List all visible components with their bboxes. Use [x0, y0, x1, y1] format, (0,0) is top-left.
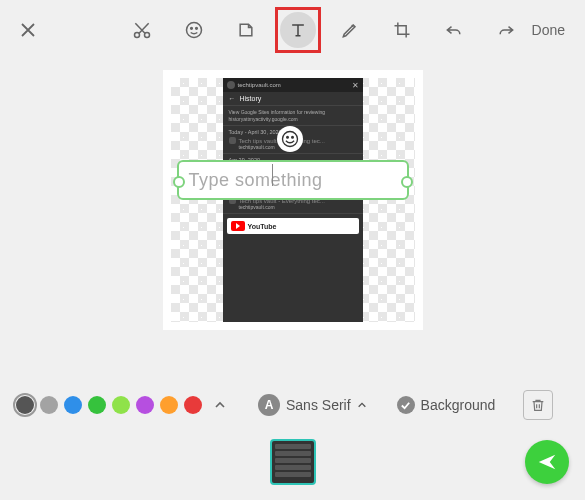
background-toggle[interactable]: Background	[397, 396, 496, 414]
draw-tool-icon[interactable]	[332, 12, 368, 48]
screenshot-header: History	[240, 95, 262, 102]
color-swatch[interactable]	[88, 396, 106, 414]
sticker-tool-icon[interactable]	[228, 12, 264, 48]
bottom-bar	[0, 434, 585, 490]
svg-point-7	[291, 137, 293, 139]
color-swatch[interactable]	[64, 396, 82, 414]
send-button[interactable]	[525, 440, 569, 484]
emoji-tool-icon[interactable]	[176, 12, 212, 48]
image-thumbnail[interactable]	[270, 439, 316, 485]
crop-tool-icon[interactable]	[384, 12, 420, 48]
redo-icon[interactable]	[488, 12, 524, 48]
text-placeholder: Type something	[189, 170, 323, 191]
delete-button[interactable]	[523, 390, 553, 420]
svg-point-5	[282, 132, 297, 147]
close-icon: ✕	[352, 81, 359, 90]
svg-point-4	[195, 28, 197, 30]
svg-point-0	[134, 33, 139, 38]
top-toolbar: Done	[0, 0, 585, 60]
text-tool-icon[interactable]	[280, 12, 316, 48]
canvas-area: techtipvault.com ✕ ← History View Google…	[0, 60, 585, 330]
check-icon	[397, 396, 415, 414]
text-options-bar: A Sans Serif Background	[0, 390, 585, 420]
background-label: Background	[421, 397, 496, 413]
cut-tool-icon[interactable]	[124, 12, 160, 48]
text-tool-highlight	[275, 7, 321, 53]
text-input-overlay[interactable]: Type something	[177, 160, 409, 200]
screenshot-url: techtipvault.com	[238, 82, 281, 88]
color-swatch[interactable]	[16, 396, 34, 414]
more-colors-button[interactable]	[210, 395, 230, 415]
svg-point-2	[186, 23, 201, 38]
font-icon: A	[258, 394, 280, 416]
text-cursor	[272, 164, 273, 186]
color-swatch[interactable]	[112, 396, 130, 414]
undo-icon[interactable]	[436, 12, 472, 48]
youtube-card: YouTube	[227, 218, 359, 234]
svg-point-3	[190, 28, 192, 30]
color-swatch[interactable]	[160, 396, 178, 414]
color-swatch[interactable]	[136, 396, 154, 414]
edit-canvas[interactable]: techtipvault.com ✕ ← History View Google…	[163, 70, 423, 330]
svg-point-6	[286, 137, 288, 139]
youtube-logo-icon	[231, 221, 245, 231]
tool-row	[124, 12, 524, 48]
color-swatches	[16, 396, 202, 414]
close-button[interactable]	[12, 14, 44, 46]
screenshot-blurb: View Google Sites information for review…	[229, 109, 357, 122]
font-name: Sans Serif	[286, 397, 351, 413]
color-swatch[interactable]	[184, 396, 202, 414]
inserted-screenshot: techtipvault.com ✕ ← History View Google…	[223, 78, 363, 322]
done-button[interactable]: Done	[524, 16, 573, 44]
font-selector[interactable]: A Sans Serif	[258, 394, 367, 416]
svg-point-1	[144, 33, 149, 38]
color-swatch[interactable]	[40, 396, 58, 414]
emoji-sticker[interactable]	[277, 126, 303, 152]
